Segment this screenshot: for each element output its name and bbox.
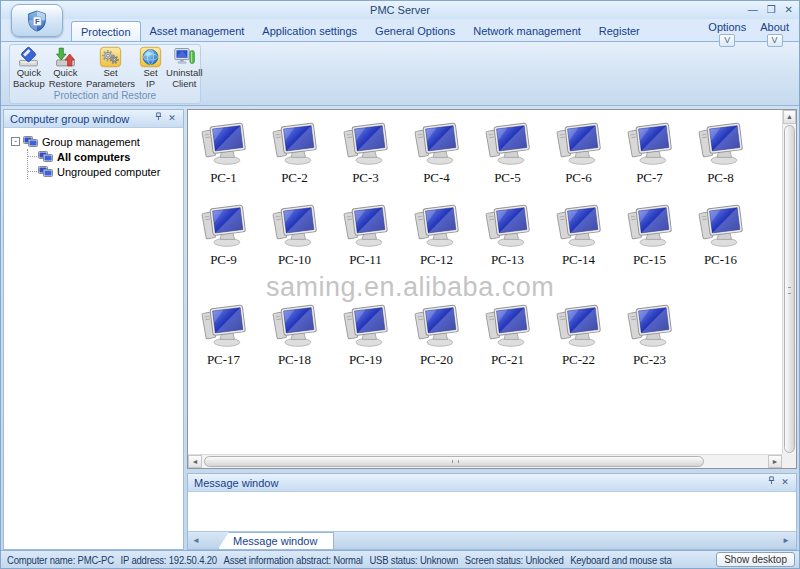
pin-icon[interactable] [764, 476, 778, 489]
uninstall-client-button-label: UninstallClient [166, 68, 202, 89]
about-dropdown-button[interactable]: V [767, 34, 783, 47]
message-window-tab[interactable]: Message window [218, 532, 334, 549]
computer-item[interactable]: PC-9 [188, 204, 259, 268]
options-dropdown-button[interactable]: V [719, 34, 735, 47]
pin-icon[interactable] [151, 112, 165, 125]
status-screen: Screen status: Unlocked [465, 555, 564, 566]
vertical-scrollbar[interactable]: ▲ [782, 110, 796, 454]
tab-scroll-right-icon[interactable]: ► [778, 532, 794, 549]
tab-protection[interactable]: Protection [71, 21, 141, 41]
set-ip-button-label: SetIP [143, 68, 157, 89]
set-parameters-icon [99, 46, 122, 68]
computer-item[interactable]: PC-23 [614, 304, 685, 368]
horizontal-scrollbar[interactable]: ◄ ► [188, 454, 782, 468]
tab-application-settings[interactable]: Application settings [253, 21, 366, 41]
computer-item[interactable]: PC-3 [330, 122, 401, 186]
computer-item[interactable]: PC-19 [330, 304, 401, 368]
tree-item-ungrouped-computer-label: Ungrouped computer [57, 166, 160, 178]
close-icon[interactable]: ✕ [785, 3, 793, 16]
computer-item[interactable]: PC-15 [614, 204, 685, 268]
set-parameters-button-label: SetParameters [86, 68, 135, 89]
computer-label: PC-7 [636, 170, 663, 186]
minimize-icon[interactable]: — [748, 3, 758, 16]
computer-item[interactable]: PC-12 [401, 204, 472, 268]
scroll-right-icon[interactable]: ► [768, 455, 782, 468]
ribbon-tab-row: ProtectionAsset managementApplication se… [1, 19, 799, 41]
status-bar: Computer name: PMC-PCIP address: 192.50.… [1, 550, 799, 568]
collapse-icon[interactable]: - [11, 137, 20, 146]
uninstall-client-button[interactable]: UninstallClient [164, 45, 204, 90]
tab-asset-management[interactable]: Asset management [141, 21, 254, 41]
panel-close-icon[interactable]: ✕ [778, 476, 792, 489]
computer-icon [625, 122, 675, 166]
scroll-up-icon[interactable]: ▲ [783, 110, 796, 124]
computer-item[interactable]: PC-5 [472, 122, 543, 186]
set-parameters-button[interactable]: SetParameters [84, 45, 137, 90]
computer-label: PC-10 [278, 252, 311, 268]
ribbon-tabs: ProtectionAsset managementApplication se… [71, 21, 649, 41]
set-ip-button[interactable]: SetIP [137, 45, 164, 90]
computer-icon [341, 122, 391, 166]
quick-backup-button-label: QuickBackup [13, 68, 45, 89]
titlebar: PMC Server — ❐ ✕ [1, 1, 799, 19]
set-ip-icon [139, 46, 162, 68]
ribbon: QuickBackup QuickRestore SetParameters S… [1, 41, 799, 106]
computer-item[interactable]: PC-14 [543, 204, 614, 268]
computer-item[interactable]: PC-6 [543, 122, 614, 186]
tab-register[interactable]: Register [590, 21, 649, 41]
ribbon-buttons: QuickBackup QuickRestore SetParameters S… [10, 45, 200, 90]
computer-group-panel-header: Computer group window ✕ [4, 110, 183, 128]
computer-item[interactable]: PC-1 [188, 122, 259, 186]
about-menu: AboutV [760, 21, 789, 47]
tree-item-group-management[interactable]: - Group management [6, 134, 181, 149]
computer-item[interactable]: PC-20 [401, 304, 472, 368]
computer-label: PC-23 [633, 352, 666, 368]
computer-item[interactable]: PC-22 [543, 304, 614, 368]
computer-item[interactable]: PC-13 [472, 204, 543, 268]
tree-item-ungrouped-computer[interactable]: Ungrouped computer [28, 164, 181, 179]
tree-item-all-computers-label: All computers [57, 151, 130, 163]
maximize-icon[interactable]: ❐ [767, 3, 776, 16]
pmc-server-window: PMC Server — ❐ ✕ F ProtectionAsset manag… [0, 0, 800, 569]
workspace: Computer group window ✕ - Group manageme… [1, 106, 799, 550]
computer-item[interactable]: PC-21 [472, 304, 543, 368]
computer-icon [483, 204, 533, 248]
tree-item-all-computers[interactable]: All computers [28, 149, 181, 164]
computer-item[interactable]: PC-10 [259, 204, 330, 268]
computer-icon [412, 204, 462, 248]
horizontal-scroll-thumb[interactable] [204, 456, 704, 467]
computer-item[interactable]: PC-8 [685, 122, 756, 186]
about-menu-label[interactable]: About [760, 21, 789, 33]
computer-item[interactable]: PC-16 [685, 204, 756, 268]
quick-backup-button[interactable]: QuickBackup [11, 45, 47, 90]
tab-general-options[interactable]: General Options [366, 21, 464, 41]
tab-scroll-left-icon[interactable]: ◄ [188, 532, 204, 549]
panel-close-icon[interactable]: ✕ [165, 112, 179, 125]
quick-restore-icon [54, 46, 77, 68]
computer-label: PC-21 [491, 352, 524, 368]
computer-group-icon [23, 136, 38, 148]
scroll-left-icon[interactable]: ◄ [188, 455, 202, 468]
computer-row: PC-17 PC-18 PC-19 [188, 304, 782, 368]
message-panel: Message window ✕ ◄ Message window ► [187, 473, 797, 550]
message-tab-strip: ◄ Message window ► [188, 531, 796, 549]
tab-network-management[interactable]: Network management [464, 21, 590, 41]
app-menu-button[interactable]: F [11, 4, 63, 37]
computer-group-tree: - Group management All computers Ungroup… [4, 128, 183, 549]
show-desktop-button[interactable]: Show desktop [716, 552, 795, 567]
computer-item[interactable]: PC-17 [188, 304, 259, 368]
ribbon-right-menus: OptionsVAboutV [708, 21, 789, 47]
main-column: PC-1 PC-2 PC-3 [187, 109, 797, 550]
computer-icon [199, 304, 249, 348]
computer-item[interactable]: PC-18 [259, 304, 330, 368]
computer-item[interactable]: PC-7 [614, 122, 685, 186]
ribbon-group-protection-and-restore: QuickBackup QuickRestore SetParameters S… [9, 44, 201, 104]
options-menu-label[interactable]: Options [708, 21, 746, 33]
computer-item[interactable]: PC-4 [401, 122, 472, 186]
vertical-scroll-thumb[interactable] [784, 125, 795, 453]
quick-restore-button[interactable]: QuickRestore [47, 45, 84, 90]
computer-group-icon [38, 151, 53, 163]
computer-item[interactable]: PC-2 [259, 122, 330, 186]
computer-item[interactable]: PC-11 [330, 204, 401, 268]
computer-icon [483, 304, 533, 348]
